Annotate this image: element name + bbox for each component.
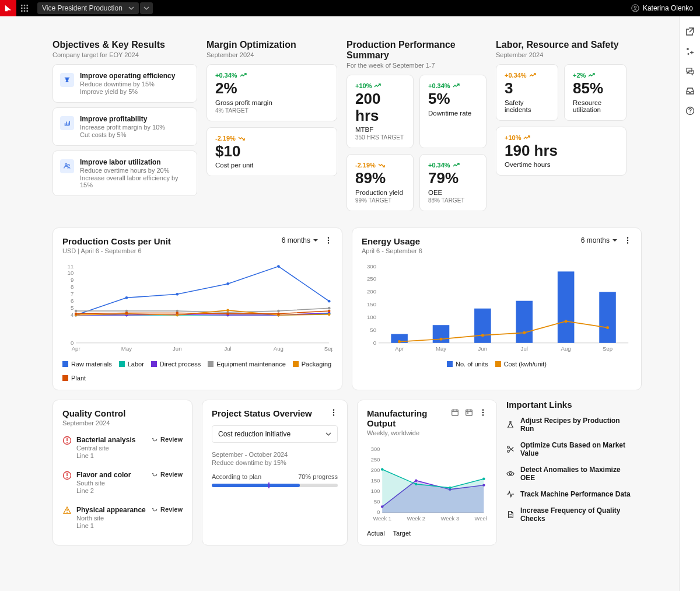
svg-point-106 (333, 414, 334, 415)
review-button[interactable]: Review (152, 506, 183, 513)
calendar-range-icon[interactable] (465, 408, 473, 417)
svg-text:100: 100 (367, 314, 376, 320)
more-options-icon[interactable] (624, 236, 632, 244)
svg-point-136 (508, 450, 510, 453)
link-item[interactable]: Increase Frequency of Quality Checks (506, 506, 635, 523)
svg-text:May: May (121, 345, 132, 352)
qc-item-title: Flavor and color (76, 471, 147, 479)
svg-point-127 (415, 479, 417, 481)
svg-rect-6 (21, 11, 23, 12)
more-options-icon[interactable] (330, 408, 338, 417)
okr-card[interactable]: Improve operating efficiencyReduce downt… (52, 64, 197, 103)
project-select[interactable]: Cost reduction initiative (212, 425, 338, 443)
legend-item: Raw materials (62, 361, 112, 368)
svg-point-104 (333, 409, 334, 410)
error-icon (62, 436, 72, 445)
kpi-delta: -2.19% (355, 162, 405, 169)
review-button[interactable]: Review (152, 436, 183, 443)
link-item[interactable]: Track Machine Performance Data (506, 490, 635, 498)
legend-item: Packaging (293, 361, 331, 368)
svg-point-35 (125, 296, 128, 299)
svg-point-64 (75, 312, 78, 315)
kpi-card: +0.34% 2% Gross profit margin 4% TARGET (206, 64, 337, 121)
svg-point-66 (176, 312, 178, 314)
output-legend: ActualTarget (367, 530, 487, 537)
costs-chart: 04567891011AprMayJunJulAugSep (62, 261, 332, 355)
role-secondary-button[interactable] (140, 2, 153, 14)
svg-text:10: 10 (68, 270, 74, 276)
output-title: Manufacturing Output (367, 408, 451, 428)
svg-text:250: 250 (371, 457, 380, 463)
grid-icon (20, 4, 29, 12)
link-label: Track Machine Performance Data (520, 490, 631, 498)
svg-text:11: 11 (68, 263, 74, 269)
svg-point-131 (381, 468, 383, 470)
svg-text:150: 150 (367, 301, 376, 307)
okr-item-title: Improve labor utilization (80, 158, 190, 166)
svg-point-72 (627, 242, 628, 243)
okr-card[interactable]: Improve labor utilizationReduce overtime… (52, 151, 197, 196)
kpi-header-row: Objectives & Key Results Company target … (52, 40, 642, 211)
link-item[interactable]: Detect Anomalies to Maximize OEE (506, 466, 635, 482)
trend-up-icon (374, 83, 381, 88)
more-options-icon[interactable] (324, 236, 332, 244)
topbar: Vice President Production Katerina Olenk… (0, 0, 700, 16)
legend-item: No. of units (447, 361, 488, 368)
output-panel: Manufacturing Output Weekly, worldwide 0… (357, 400, 497, 545)
kpi-delta: +2% (573, 72, 618, 79)
okr-item-title: Improve operating efficiency (80, 72, 175, 80)
logo-icon (4, 4, 12, 12)
svg-text:Jul: Jul (224, 345, 231, 352)
link-label: Optimize Cuts Based on Market Value (520, 441, 635, 457)
review-button[interactable]: Review (152, 471, 183, 478)
svg-rect-4 (24, 8, 26, 9)
kpi-value: 79% (428, 170, 478, 187)
link-item[interactable]: Optimize Cuts Based on Market Value (506, 441, 635, 457)
kpi-target: 88% TARGET (428, 197, 478, 204)
svg-point-16 (328, 240, 329, 241)
svg-point-68 (277, 312, 280, 315)
chat-icon[interactable] (685, 67, 695, 76)
trend-up-icon (240, 73, 247, 78)
qc-title: Quality Control (62, 408, 183, 418)
svg-text:50: 50 (374, 499, 380, 505)
okr-card[interactable]: Improve profitabilityIncrease profit mar… (52, 107, 197, 146)
app-launcher-button[interactable] (16, 0, 33, 16)
svg-point-13 (65, 164, 68, 166)
costs-range-selector[interactable]: 6 months (282, 236, 318, 244)
link-label: Adjust Recipes by Production Run (520, 417, 635, 433)
people-icon (60, 159, 74, 173)
labor-sub: September 2024 (496, 51, 626, 58)
svg-point-93 (398, 340, 401, 343)
energy-range-selector[interactable]: 6 months (581, 236, 618, 244)
energy-panel: Energy Usage April 6 - September 6 6 mon… (352, 228, 642, 390)
svg-text:May: May (436, 345, 446, 352)
dashboard-page: Objectives & Key Results Company target … (0, 16, 677, 580)
trophy-icon (60, 73, 74, 87)
qc-panel: Quality Control September 2024 Bacterial… (52, 400, 192, 545)
svg-point-69 (328, 309, 331, 312)
svg-point-71 (627, 240, 628, 241)
help-icon[interactable] (685, 106, 695, 116)
svg-text:Jun: Jun (173, 345, 182, 352)
links-title: Important Links (506, 400, 635, 410)
role-selector[interactable]: Vice President Production (37, 2, 139, 14)
external-link-icon[interactable] (685, 27, 695, 36)
calendar-icon[interactable] (451, 408, 459, 417)
kpi-card: +10% 190 hrs Overtime hours (496, 127, 626, 176)
trend-up-icon (453, 163, 460, 167)
app-logo[interactable] (0, 0, 16, 16)
svg-text:Aug: Aug (274, 345, 284, 352)
kpi-card: +0.34% 5% Downtime rate (419, 75, 487, 148)
inbox-icon[interactable] (685, 86, 695, 96)
link-item[interactable]: Adjust Recipes by Production Run (506, 417, 635, 433)
sparkle-icon[interactable] (685, 47, 695, 56)
svg-text:Week 4: Week 4 (475, 516, 487, 522)
user-menu[interactable]: Katerina Olenko (631, 4, 693, 12)
charts-row: Production Costs per Unit USD | April 6 … (52, 228, 642, 390)
more-options-icon[interactable] (479, 408, 487, 417)
svg-text:Jun: Jun (478, 345, 488, 352)
pulse-icon (506, 490, 514, 498)
caret-down-icon (612, 237, 618, 243)
bottom-row: Quality Control September 2024 Bacterial… (52, 400, 642, 545)
